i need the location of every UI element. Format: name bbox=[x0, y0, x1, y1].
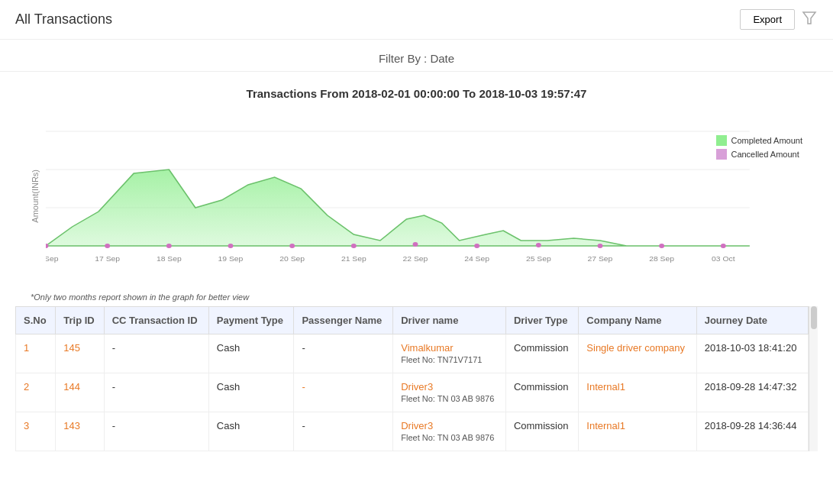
row-sno-link[interactable]: 2 bbox=[24, 381, 29, 393]
export-button[interactable]: Export bbox=[740, 9, 795, 30]
svg-text:17 Sep: 17 Sep bbox=[95, 255, 120, 263]
col-company-name: Company Name bbox=[579, 307, 696, 334]
table-row: 1 145 - Cash - Vimalkumar Fleet No: TN71… bbox=[16, 334, 809, 373]
fleet-no: Fleet No: TN 03 AB 9876 bbox=[401, 433, 494, 442]
cell-sno: 2 bbox=[16, 373, 56, 412]
page-title: All Transactions bbox=[15, 11, 112, 27]
svg-text:24 Sep: 24 Sep bbox=[464, 255, 489, 263]
cell-driver-type: Commission bbox=[505, 412, 578, 451]
cell-driver-type: Commission bbox=[505, 373, 578, 412]
driver-name-link[interactable]: Driver3 bbox=[401, 381, 433, 393]
cell-company-name: Single driver company bbox=[579, 334, 696, 373]
chart-legend: Completed Amount Cancelled Amount bbox=[716, 135, 802, 160]
legend-cancelled-color bbox=[716, 149, 727, 160]
col-sno: S.No bbox=[16, 307, 56, 334]
scrollbar-thumb[interactable] bbox=[811, 306, 817, 329]
table-row: 3 143 - Cash - Driver3 Fleet No: TN 03 A… bbox=[16, 412, 809, 451]
col-driver-name: Driver name bbox=[393, 307, 506, 334]
col-trip-id: Trip ID bbox=[56, 307, 104, 334]
chart-svg: 7.5k 5k 2.5k 0 bbox=[46, 128, 802, 280]
svg-text:28 Sep: 28 Sep bbox=[649, 255, 674, 263]
table-with-scroll: S.No Trip ID CC Transaction ID Payment T… bbox=[15, 306, 818, 451]
legend-completed-color bbox=[716, 135, 727, 146]
driver-name-link[interactable]: Vimalkumar bbox=[401, 342, 453, 354]
svg-text:03 Oct: 03 Oct bbox=[712, 255, 735, 263]
filter-icon[interactable] bbox=[801, 9, 818, 30]
cell-company-name: Internal1 bbox=[579, 373, 696, 412]
cell-cc-transaction-id: - bbox=[104, 334, 208, 373]
col-passenger-name: Passenger Name bbox=[294, 307, 393, 334]
cell-passenger-name: - bbox=[294, 412, 393, 451]
company-name-link[interactable]: Single driver company bbox=[586, 342, 685, 354]
filter-label: Filter By : Date bbox=[379, 52, 454, 65]
svg-point-18 bbox=[598, 244, 603, 248]
svg-point-11 bbox=[166, 244, 172, 248]
cell-driver-type: Commission bbox=[505, 334, 578, 373]
svg-point-12 bbox=[228, 244, 234, 248]
table-scrollbar[interactable] bbox=[809, 306, 818, 451]
svg-point-20 bbox=[721, 244, 726, 248]
svg-text:20 Sep: 20 Sep bbox=[279, 255, 305, 263]
cell-journey-date: 2018-09-28 14:47:32 bbox=[696, 373, 808, 412]
chart-container: Amount(INRs) 7.5k 5k 2.5k 0 bbox=[31, 112, 802, 280]
cell-passenger-name: - bbox=[294, 334, 393, 373]
legend-completed: Completed Amount bbox=[716, 135, 802, 146]
row-trip-id-link[interactable]: 143 bbox=[63, 420, 80, 431]
cell-driver-name: Driver3 Fleet No: TN 03 AB 9876 bbox=[393, 373, 506, 412]
cell-passenger-name: - bbox=[294, 373, 393, 412]
col-payment-type: Payment Type bbox=[208, 307, 294, 334]
cell-sno: 1 bbox=[16, 334, 56, 373]
cell-company-name: Internal1 bbox=[579, 412, 696, 451]
table-section: S.No Trip ID CC Transaction ID Payment T… bbox=[0, 306, 833, 451]
col-driver-type: Driver Type bbox=[505, 307, 578, 334]
svg-text:21 Sep: 21 Sep bbox=[341, 255, 366, 263]
cell-payment-type: Cash bbox=[208, 334, 294, 373]
svg-point-15 bbox=[413, 242, 418, 247]
cell-cc-transaction-id: - bbox=[104, 373, 208, 412]
chart-inner: 7.5k 5k 2.5k 0 bbox=[46, 128, 802, 280]
svg-text:22 Sep: 22 Sep bbox=[403, 255, 428, 263]
col-cc-transaction-id: CC Transaction ID bbox=[104, 307, 208, 334]
chart-section: Transactions From 2018-02-01 00:00:00 To… bbox=[0, 72, 833, 288]
chart-note: *Only two months report shown in the gra… bbox=[0, 288, 833, 306]
passenger-name-link[interactable]: - bbox=[302, 381, 305, 393]
svg-point-10 bbox=[105, 244, 110, 248]
cell-trip-id: 144 bbox=[56, 373, 104, 412]
cell-driver-name: Driver3 Fleet No: TN 03 AB 9876 bbox=[393, 412, 506, 451]
company-name-link[interactable]: Internal1 bbox=[586, 420, 625, 431]
legend-completed-label: Completed Amount bbox=[731, 136, 802, 145]
legend-cancelled: Cancelled Amount bbox=[716, 149, 802, 160]
svg-text:27 Sep: 27 Sep bbox=[588, 255, 613, 263]
cell-payment-type: Cash bbox=[208, 373, 294, 412]
svg-point-14 bbox=[351, 244, 357, 248]
driver-name-link[interactable]: Driver3 bbox=[401, 420, 433, 431]
fleet-no: Fleet No: TN71V7171 bbox=[401, 355, 482, 364]
svg-text:18 Sep: 18 Sep bbox=[157, 255, 182, 263]
cell-trip-id: 145 bbox=[56, 334, 104, 373]
cell-sno: 3 bbox=[16, 412, 56, 451]
svg-point-16 bbox=[474, 244, 479, 248]
row-sno-link[interactable]: 3 bbox=[24, 420, 29, 431]
svg-point-19 bbox=[659, 244, 664, 248]
legend-cancelled-label: Cancelled Amount bbox=[731, 150, 799, 159]
col-journey-date: Journey Date bbox=[696, 307, 808, 334]
cell-journey-date: 2018-09-28 14:36:44 bbox=[696, 412, 808, 451]
svg-point-13 bbox=[289, 244, 295, 248]
header-actions: Export bbox=[740, 9, 818, 30]
filter-bar: Filter By : Date bbox=[0, 40, 833, 72]
cell-cc-transaction-id: - bbox=[104, 412, 208, 451]
cell-payment-type: Cash bbox=[208, 412, 294, 451]
row-trip-id-link[interactable]: 144 bbox=[63, 381, 80, 393]
row-sno-link[interactable]: 1 bbox=[24, 342, 29, 354]
svg-point-17 bbox=[536, 243, 541, 247]
transactions-table: S.No Trip ID CC Transaction ID Payment T… bbox=[15, 306, 809, 451]
row-trip-id-link[interactable]: 145 bbox=[63, 342, 80, 354]
cell-driver-name: Vimalkumar Fleet No: TN71V7171 bbox=[393, 334, 506, 373]
chart-title: Transactions From 2018-02-01 00:00:00 To… bbox=[31, 87, 802, 100]
fleet-no: Fleet No: TN 03 AB 9876 bbox=[401, 394, 494, 403]
table-header-row: S.No Trip ID CC Transaction ID Payment T… bbox=[16, 307, 809, 334]
svg-text:25 Sep: 25 Sep bbox=[526, 255, 551, 263]
svg-marker-0 bbox=[803, 12, 815, 24]
company-name-link[interactable]: Internal1 bbox=[586, 381, 625, 393]
cell-trip-id: 143 bbox=[56, 412, 104, 451]
